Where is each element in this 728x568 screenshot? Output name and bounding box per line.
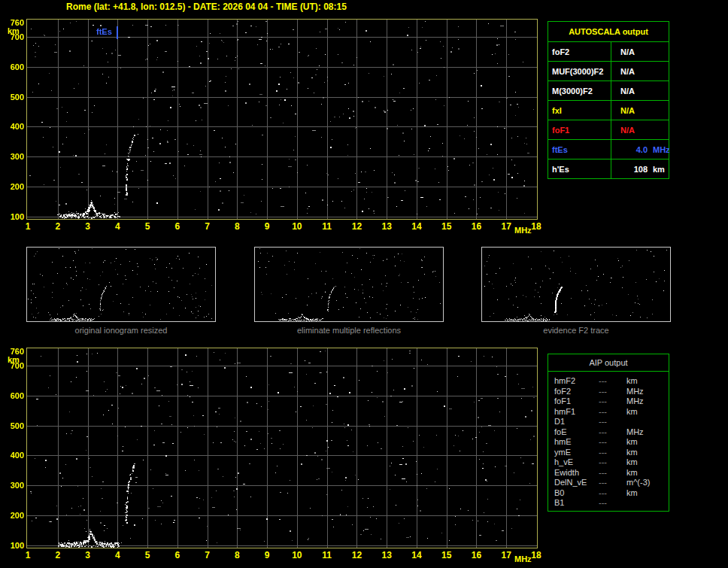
aip-value: --- bbox=[599, 468, 626, 478]
thumbnail-evidence-canvas bbox=[482, 248, 670, 321]
x-tick-label: 15 bbox=[441, 550, 451, 560]
x-tick-label: 8 bbox=[235, 550, 240, 560]
x-tick-label: 13 bbox=[381, 550, 391, 560]
aip-param-label: h_vE bbox=[548, 457, 599, 468]
aip-param-label: Ewidth bbox=[548, 468, 599, 478]
aip-unit-label: MHz bbox=[626, 396, 669, 407]
aip-param-label: B0 bbox=[548, 488, 599, 499]
autoscala-value-unit: MHz bbox=[653, 145, 670, 154]
aip-param-label: foF1 bbox=[548, 396, 599, 407]
autoscala-value-text: N/A bbox=[620, 126, 635, 135]
aip-value: --- bbox=[599, 488, 626, 499]
x-axis-unit-main: MHz bbox=[514, 226, 532, 235]
aip-param-label: foF2 bbox=[548, 387, 599, 397]
thumbnail-original-label: original ionogram resized bbox=[75, 326, 168, 335]
aip-value: --- bbox=[599, 457, 626, 468]
x-tick-label: 9 bbox=[265, 221, 270, 232]
y-tick-label: 200 bbox=[5, 511, 24, 520]
autoscala-value-text: N/A bbox=[620, 106, 635, 115]
y-tick-label: 600 bbox=[5, 391, 24, 400]
x-tick-label: 5 bbox=[145, 221, 150, 232]
aip-row-DelN_vE: DelN_vE---m^(-3) bbox=[548, 478, 669, 488]
y-tick-label: 100 bbox=[5, 212, 24, 221]
autoscala-value-number: 4.0 bbox=[611, 145, 648, 154]
x-tick-label: 7 bbox=[205, 221, 210, 232]
thumbnail-original-canvas bbox=[27, 248, 215, 321]
aip-row-ymE: ymE---km bbox=[548, 448, 669, 458]
x-tick-label: 6 bbox=[174, 221, 180, 232]
autoscala-value: N/A bbox=[611, 101, 669, 120]
ionogram-processed-plot bbox=[26, 348, 538, 548]
x-tick-label: 12 bbox=[352, 221, 362, 232]
thumbnail-evidence bbox=[481, 247, 671, 322]
aip-param-label: hmE bbox=[548, 437, 599, 448]
x-tick-label: 13 bbox=[381, 221, 391, 232]
x-tick-label: 11 bbox=[322, 550, 332, 560]
aip-row-h_vE: h_vE---km bbox=[548, 457, 669, 468]
autoscala-value: N/A bbox=[611, 62, 669, 80]
autoscala-value-text: N/A bbox=[620, 87, 635, 96]
x-tick-label: 10 bbox=[292, 550, 302, 560]
aip-param-label: hmF2 bbox=[548, 376, 599, 387]
x-tick-label: 14 bbox=[411, 221, 421, 232]
x-tick-label: 3 bbox=[85, 221, 90, 232]
autoscala-value-unit: km bbox=[653, 165, 665, 174]
autoscala-param-label: h'Es bbox=[548, 159, 611, 178]
y-tick-label: 300 bbox=[5, 152, 24, 161]
x-tick-label: 12 bbox=[352, 550, 362, 560]
x-tick-label: 4 bbox=[115, 550, 120, 560]
x-tick-label: 10 bbox=[292, 221, 302, 232]
thumbnail-eliminate-label: eliminate multiple reflections bbox=[297, 326, 401, 335]
y-tick-label: 760 bbox=[5, 18, 24, 27]
aip-unit-label bbox=[626, 417, 669, 427]
aip-row-foE: foE---MHz bbox=[548, 427, 669, 438]
y-tick-label: 760 bbox=[5, 347, 24, 356]
autoscala-table-header: AUTOSCALA output bbox=[548, 22, 669, 41]
autoscala-row-foF2: foF2N/A bbox=[548, 41, 669, 61]
aip-value: --- bbox=[599, 387, 626, 397]
thumbnail-original bbox=[26, 247, 216, 322]
y-tick-label: 700 bbox=[5, 361, 24, 370]
y-tick-label: 600 bbox=[5, 62, 24, 71]
aip-unit-label: km bbox=[626, 437, 669, 448]
autoscala-value: 108km bbox=[611, 159, 669, 178]
aip-unit-label: km bbox=[626, 488, 669, 499]
x-tick-label: 8 bbox=[235, 221, 240, 232]
autoscala-value-text: N/A bbox=[620, 67, 635, 76]
aip-value: --- bbox=[599, 376, 626, 387]
autoscala-param-label: foF1 bbox=[548, 120, 611, 139]
x-tick-label: 17 bbox=[502, 221, 511, 232]
x-tick-label: 16 bbox=[472, 550, 481, 560]
aip-row-hmE: hmE---km bbox=[548, 437, 669, 448]
autoscala-output-table: AUTOSCALA output foF2N/AMUF(3000)F2N/AM(… bbox=[548, 21, 669, 179]
aip-unit-label: km bbox=[626, 376, 669, 387]
y-tick-label: 300 bbox=[5, 481, 24, 490]
autoscala-value: 4.0MHz bbox=[611, 140, 670, 159]
x-tick-label: 7 bbox=[205, 550, 210, 560]
aip-param-label: ymE bbox=[548, 448, 599, 458]
x-tick-label: 17 bbox=[502, 550, 511, 560]
thumbnail-eliminate-canvas bbox=[255, 248, 443, 321]
x-tick-label: 18 bbox=[531, 550, 541, 560]
aip-value: --- bbox=[599, 396, 626, 407]
aip-unit-label: km bbox=[626, 468, 669, 478]
autoscala-param-label: foF2 bbox=[548, 42, 611, 61]
x-tick-label: 16 bbox=[472, 221, 481, 232]
aip-param-label: D1 bbox=[548, 417, 599, 427]
aip-param-label: hmF1 bbox=[548, 407, 599, 418]
aip-value: --- bbox=[599, 437, 626, 448]
aip-value: --- bbox=[599, 427, 626, 438]
x-tick-label: 1 bbox=[26, 221, 31, 232]
autoscala-row-MUF(3000)F2: MUF(3000)F2N/A bbox=[548, 61, 669, 80]
aip-output-table: AIP output hmF2---kmfoF2---MHzfoF1---MHz… bbox=[548, 354, 669, 512]
aip-value: --- bbox=[599, 407, 626, 418]
x-tick-label: 2 bbox=[55, 550, 60, 560]
autoscala-row-h'Es: h'Es108km bbox=[548, 159, 669, 178]
autoscala-value: N/A bbox=[611, 120, 669, 139]
ionogram-processed-canvas bbox=[27, 348, 537, 548]
y-tick-label: 500 bbox=[5, 421, 24, 430]
ionogram-main-plot: ftEs bbox=[26, 19, 538, 220]
autoscala-value-text: N/A bbox=[620, 47, 635, 56]
x-tick-label: 14 bbox=[411, 550, 421, 560]
thumbnail-eliminate bbox=[254, 247, 444, 322]
